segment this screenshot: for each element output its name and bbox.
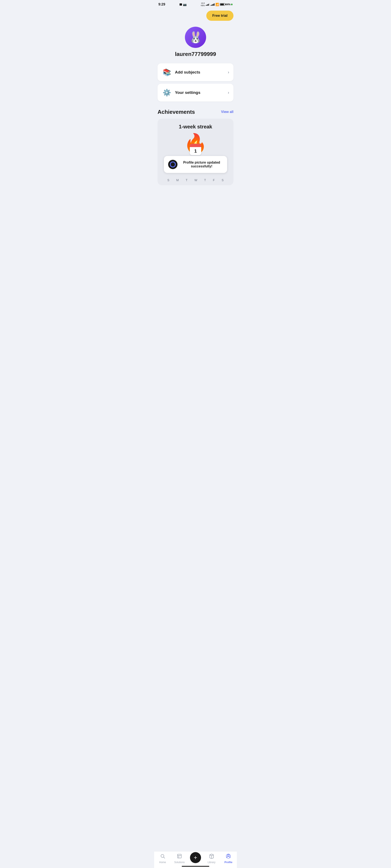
your-settings-label: Your settings — [175, 90, 200, 95]
add-subjects-chevron: › — [228, 70, 229, 74]
day-wed: W — [194, 179, 197, 182]
calendar-top — [190, 144, 201, 147]
achievements-section: Achievements View all 1-week streak 🔥 1 — [154, 104, 237, 188]
free-trial-button[interactable]: Free trial — [206, 10, 234, 21]
achievements-title: Achievements — [157, 109, 195, 115]
profile-section: 🐰 lauren77799999 — [154, 23, 237, 60]
day-tue: T — [186, 179, 188, 182]
day-mon: M — [176, 179, 179, 182]
battery: 94% — [220, 3, 233, 6]
day-fri: F — [213, 179, 215, 182]
calendar-badge: 1 — [190, 144, 201, 155]
streak-title: 1-week streak — [162, 124, 229, 130]
calendar-day-number: 1 — [190, 147, 201, 155]
status-icons: 19.8 KB/s 📶 — [201, 2, 233, 7]
achievement-card: 1-week streak 🔥 1 — [157, 119, 234, 185]
streak-visual: 🔥 1 — [162, 134, 229, 155]
toast-notification: Profile picture updated successfully! — [164, 156, 227, 173]
settings-chevron: › — [228, 90, 229, 95]
toast-message: Profile picture updated successfully! — [180, 161, 223, 168]
flame-calendar-wrap: 🔥 1 — [186, 134, 205, 155]
day-thu: T — [204, 179, 206, 182]
your-settings-menu-item[interactable]: ⚙️ Your settings › — [157, 84, 234, 101]
achievements-header: Achievements View all — [157, 109, 234, 115]
days-row: S M T W T F S — [162, 175, 229, 185]
battery-icon — [220, 3, 225, 6]
wifi-icon: 📶 — [215, 3, 219, 6]
view-all-link[interactable]: View all — [221, 110, 234, 114]
signal-bars-1 — [206, 3, 210, 6]
avatar-emoji: 🐰 — [189, 32, 203, 43]
day-sun: S — [167, 179, 169, 182]
network-speed: 19.8 KB/s — [201, 2, 205, 7]
status-bar: 9:29 ⯀ 📷 19.8 KB/s 📶 — [154, 0, 237, 8]
menu-item-left-settings: ⚙️ Your settings — [162, 88, 200, 98]
status-camera-icon: ⯀ 📷 — [179, 3, 187, 6]
menu-section: 📚 Add subjects › ⚙️ Your settings › — [154, 60, 237, 104]
status-time: 9:29 — [158, 3, 165, 6]
signal-bars-2 — [211, 3, 215, 6]
green-dot — [231, 4, 233, 5]
toast-icon — [168, 160, 178, 169]
username: lauren77799999 — [175, 51, 216, 57]
main-content: Free trial 🐰 lauren77799999 📚 Add subjec… — [154, 8, 237, 205]
add-subjects-icon: 📚 — [162, 67, 172, 78]
add-subjects-label: Add subjects — [175, 70, 200, 74]
settings-icon: ⚙️ — [162, 88, 172, 98]
day-sat: S — [221, 179, 223, 182]
toast-inner-circle — [170, 161, 176, 167]
battery-percent: 94% — [225, 3, 231, 6]
header-area: Free trial — [154, 8, 237, 23]
add-subjects-menu-item[interactable]: 📚 Add subjects › — [157, 63, 234, 81]
avatar[interactable]: 🐰 — [185, 27, 206, 48]
menu-item-left: 📚 Add subjects — [162, 67, 200, 78]
